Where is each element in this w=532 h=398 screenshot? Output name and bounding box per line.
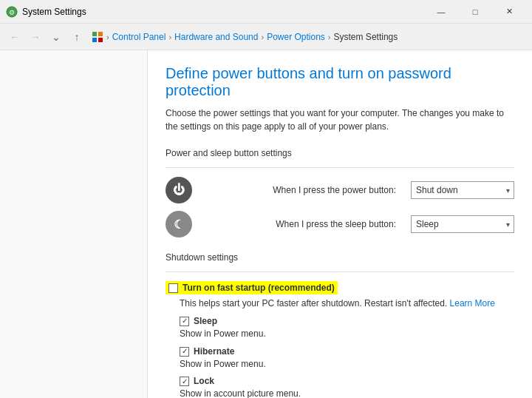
close-button[interactable]: ✕ <box>492 1 526 23</box>
hibernate-label: Hibernate <box>194 346 234 357</box>
breadcrumb-sep-1: › <box>168 33 171 41</box>
power-button-row: ⏻ When I press the power button: Do noth… <box>166 177 514 203</box>
fast-startup-label: Turn on fast startup (recommended) <box>183 283 335 293</box>
power-button-icon: ⏻ <box>166 177 192 203</box>
breadcrumb-power-options[interactable]: Power Options <box>267 32 325 42</box>
title-bar-text: System Settings <box>22 7 86 17</box>
sleep-checkbox[interactable] <box>180 317 189 326</box>
breadcrumb-sep-2: › <box>261 33 264 41</box>
hibernate-description: Show in Power menu. <box>180 358 514 371</box>
sleep-description: Show in Power menu. <box>180 328 514 340</box>
maximize-button[interactable]: □ <box>458 1 492 23</box>
fast-startup-row: Turn on fast startup (recommended) <box>166 281 514 294</box>
nav-bar: ← → ⌄ ↑ › Control Panel › Hardware and S… <box>0 24 532 50</box>
lock-label: Lock <box>194 376 214 386</box>
svg-text:⚙: ⚙ <box>9 9 15 16</box>
learn-more-link[interactable]: Learn More <box>450 298 495 308</box>
section-divider-1 <box>166 167 514 168</box>
hibernate-row: Hibernate <box>180 346 514 357</box>
power-section-title: Power and sleep button settings <box>166 148 514 158</box>
shutdown-settings: Shutdown settings Turn on fast startup (… <box>166 252 514 398</box>
app-icon: ⚙ <box>6 6 18 18</box>
svg-rect-2 <box>92 32 97 36</box>
title-bar: ⚙ System Settings — □ ✕ <box>0 0 532 24</box>
control-panel-icon <box>92 31 103 43</box>
power-button-label: When I press the power button: <box>201 185 402 195</box>
forward-button[interactable]: → <box>27 28 44 46</box>
sleep-button-select-wrapper: Do nothing Sleep Hibernate Shut down Tur… <box>411 215 514 233</box>
sidebar <box>0 50 148 398</box>
fast-startup-description: This helps start your PC faster after sh… <box>180 297 514 310</box>
sleep-button-dropdown[interactable]: Do nothing Sleep Hibernate Shut down Tur… <box>411 215 514 233</box>
sleep-label: Sleep <box>194 316 217 326</box>
sleep-button-row: ☾ When I press the sleep button: Do noth… <box>166 211 514 237</box>
svg-rect-3 <box>98 32 103 36</box>
page-title: Define power buttons and turn on passwor… <box>166 65 514 99</box>
fast-startup-checkbox[interactable] <box>168 283 178 293</box>
window-controls: — □ ✕ <box>424 1 526 23</box>
lock-description: Show in account picture menu. <box>180 388 514 398</box>
svg-rect-5 <box>98 38 103 42</box>
breadcrumb-control-panel[interactable]: Control Panel <box>112 32 166 42</box>
breadcrumb-sep-3: › <box>328 33 331 41</box>
shutdown-section-title: Shutdown settings <box>166 252 514 263</box>
lock-checkbox[interactable] <box>180 377 189 386</box>
breadcrumb-system-settings: System Settings <box>334 32 398 42</box>
back-button[interactable]: ← <box>6 28 24 46</box>
page-description: Choose the power settings that you want … <box>166 107 514 133</box>
section-divider-2 <box>166 271 514 272</box>
lock-row: Lock <box>180 376 514 386</box>
sleep-button-icon: ☾ <box>166 211 192 237</box>
power-button-settings: Power and sleep button settings ⏻ When I… <box>166 148 514 237</box>
main-container: Define power buttons and turn on passwor… <box>0 50 532 398</box>
breadcrumb-hardware-sound[interactable]: Hardware and Sound <box>174 32 258 42</box>
up-button[interactable]: ↑ <box>68 28 86 46</box>
power-button-select-wrapper: Do nothing Sleep Hibernate Shut down Tur… <box>411 181 514 199</box>
sleep-row: Sleep <box>180 316 514 326</box>
svg-rect-4 <box>92 38 97 42</box>
hibernate-checkbox[interactable] <box>180 347 189 357</box>
breadcrumb: › Control Panel › Hardware and Sound › P… <box>92 31 398 43</box>
power-button-dropdown[interactable]: Do nothing Sleep Hibernate Shut down Tur… <box>411 181 514 199</box>
fast-startup-highlight: Turn on fast startup (recommended) <box>166 281 338 294</box>
content-area: Define power buttons and turn on passwor… <box>148 50 532 398</box>
dropdown-button[interactable]: ⌄ <box>47 28 65 46</box>
sleep-button-label: When I press the sleep button: <box>201 219 402 229</box>
minimize-button[interactable]: — <box>424 1 458 23</box>
breadcrumb-sep-0: › <box>106 33 109 41</box>
